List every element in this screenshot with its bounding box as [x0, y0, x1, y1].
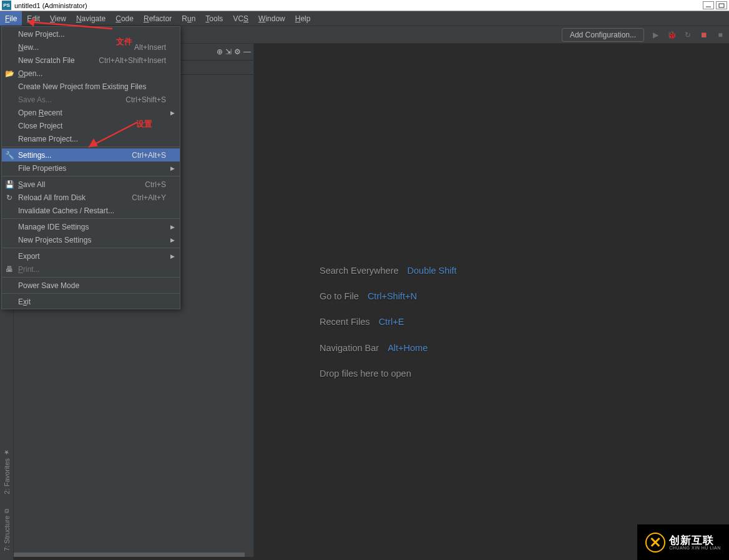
menu-help[interactable]: Help	[290, 11, 316, 26]
menu-file[interactable]: File	[0, 11, 22, 26]
menu-shortcut: Ctrl+Shift+S	[125, 95, 166, 104]
hint-navbar: Navigation Bar Alt+Home	[320, 341, 457, 355]
structure-icon: ⧉	[3, 509, 11, 513]
hide-icon[interactable]: —	[243, 47, 251, 56]
menu-item-label: Open...	[18, 69, 42, 78]
chevron-right-icon: ▶	[170, 237, 175, 243]
print-icon: 🖶	[5, 265, 14, 274]
debug-icon[interactable]: 🐞	[667, 30, 677, 40]
menu-item-label: Save As...	[18, 95, 52, 104]
menu-item-save-as: Save As...Ctrl+Shift+S	[2, 93, 180, 106]
menu-item-new-scratch-file[interactable]: New Scratch FileCtrl+Alt+Shift+Insert	[2, 54, 180, 67]
menu-window[interactable]: Window	[253, 11, 290, 26]
menu-item-invalidate-caches-restart[interactable]: Invalidate Caches / Restart...	[2, 204, 180, 217]
menu-item-label: Invalidate Caches / Restart...	[18, 206, 114, 215]
menu-item-label: New Projects Settings	[18, 236, 91, 244]
menu-edit[interactable]: Edit	[22, 11, 45, 26]
menu-item-print: 🖶Print...	[2, 263, 180, 276]
reload-icon: ↻	[5, 193, 14, 202]
menu-item-open[interactable]: 📂Open...	[2, 67, 180, 80]
menu-item-label: Export	[18, 252, 40, 261]
menu-shortcut: Ctrl+Alt+Y	[132, 193, 166, 202]
horizontal-scrollbar[interactable]	[14, 553, 245, 557]
menu-item-label: Exit	[18, 297, 31, 306]
menu-separator	[2, 277, 180, 278]
chevron-right-icon: ▶	[170, 110, 175, 116]
tab-structure[interactable]: 7: Structure⧉	[3, 505, 11, 555]
menu-item-settings[interactable]: 🔧Settings...Ctrl+Alt+S	[2, 148, 180, 162]
chevron-right-icon: ▶	[170, 253, 175, 259]
menu-item-exit[interactable]: Exit	[2, 295, 180, 308]
menu-item-reload-all-from-disk[interactable]: ↻Reload All from DiskCtrl+Alt+Y	[2, 191, 180, 204]
window-title: untitled1 (Administrator)	[14, 2, 703, 9]
watermark-logo: 创新互联 CHUANG XIN HU LIAN	[637, 524, 729, 560]
star-icon: ★	[3, 449, 10, 456]
menu-separator	[2, 248, 180, 248]
add-configuration-button[interactable]: Add Configuration...	[562, 28, 644, 42]
menu-run[interactable]: Run	[177, 11, 200, 26]
welcome-hints: Search Everywhere Double Shift Go to Fil…	[320, 264, 457, 392]
gear-icon[interactable]: ⚙	[234, 47, 241, 56]
menu-code[interactable]: Code	[110, 11, 139, 26]
menu-shortcut: Ctrl+Alt+Shift+Insert	[99, 56, 166, 65]
menu-item-label: Settings...	[18, 151, 51, 160]
menu-refactor[interactable]: Refactor	[139, 11, 177, 26]
file-menu-dropdown: New Project...New...Alt+InsertNew Scratc…	[1, 26, 180, 309]
menu-view[interactable]: View	[45, 11, 71, 26]
tab-favorites[interactable]: 2: Favorites★	[3, 445, 11, 498]
menu-item-new[interactable]: New...Alt+Insert	[2, 41, 180, 54]
menu-item-new-project[interactable]: New Project...	[2, 27, 180, 41]
hint-search-everywhere: Search Everywhere Double Shift	[320, 264, 457, 278]
chevron-right-icon: ▶	[170, 224, 175, 230]
menu-item-label: Print...	[18, 265, 40, 274]
menu-item-file-properties[interactable]: File Properties▶	[2, 162, 180, 175]
hint-goto-file: Go to File Ctrl+Shift+N	[320, 289, 457, 304]
svg-rect-1	[719, 4, 724, 7]
minimize-button[interactable]	[703, 1, 714, 9]
stop-icon[interactable]: ⏹	[699, 30, 709, 40]
menu-separator	[2, 293, 180, 294]
stop-all-icon[interactable]: ■	[715, 30, 725, 40]
maximize-button[interactable]	[716, 1, 727, 9]
menu-item-save-all[interactable]: 💾Save AllCtrl+S	[2, 178, 180, 191]
menu-separator	[2, 147, 180, 147]
menu-item-export[interactable]: Export▶	[2, 249, 180, 263]
expand-icon[interactable]: ⇲	[225, 47, 232, 56]
coverage-icon[interactable]: ↻	[683, 30, 693, 40]
folder-icon: 📂	[5, 69, 14, 78]
menu-item-label: Open Recent	[18, 109, 62, 117]
menubar: File Edit View Navigate Code Refactor Ru…	[0, 11, 729, 26]
menu-item-label: Rename Project...	[18, 135, 78, 143]
locate-icon[interactable]: ⊕	[217, 47, 223, 56]
menu-item-label: New Project...	[18, 30, 65, 39]
menu-shortcut: Alt+Insert	[134, 43, 166, 52]
window-titlebar: PS untitled1 (Administrator)	[0, 0, 729, 11]
menu-shortcut: Ctrl+S	[145, 180, 166, 189]
menu-separator	[2, 176, 180, 176]
menu-item-manage-ide-settings[interactable]: Manage IDE Settings▶	[2, 220, 180, 233]
menu-item-close-project[interactable]: Close Project	[2, 119, 180, 132]
chevron-right-icon: ▶	[170, 165, 175, 171]
run-icon[interactable]: ▶	[650, 30, 660, 40]
menu-vcs[interactable]: VCS	[228, 11, 253, 26]
menu-item-label: Power Save Mode	[18, 281, 79, 290]
hint-recent-files: Recent Files Ctrl+E	[320, 315, 457, 329]
menu-item-open-recent[interactable]: Open Recent▶	[2, 106, 180, 119]
menu-item-label: New...	[18, 43, 39, 52]
menu-item-label: Manage IDE Settings	[18, 223, 89, 231]
menu-item-power-save-mode[interactable]: Power Save Mode	[2, 279, 180, 292]
menu-tools[interactable]: Tools	[200, 11, 228, 26]
menu-item-rename-project[interactable]: Rename Project...	[2, 132, 180, 145]
menu-item-label: Reload All from Disk	[18, 193, 86, 202]
menu-shortcut: Ctrl+Alt+S	[132, 151, 166, 160]
watermark-icon	[645, 533, 665, 553]
menu-item-label: Create New Project from Existing Files	[18, 82, 146, 91]
menu-navigate[interactable]: Navigate	[71, 11, 110, 26]
hint-drop-files: Drop files here to open	[320, 367, 457, 381]
menu-item-create-new-project-from-existing-files[interactable]: Create New Project from Existing Files	[2, 80, 180, 93]
menu-separator	[2, 218, 180, 219]
watermark-text-big: 创新互联	[669, 535, 721, 546]
menu-item-label: File Properties	[18, 164, 66, 173]
watermark-text-small: CHUANG XIN HU LIAN	[669, 546, 721, 550]
menu-item-new-projects-settings[interactable]: New Projects Settings▶	[2, 233, 180, 246]
